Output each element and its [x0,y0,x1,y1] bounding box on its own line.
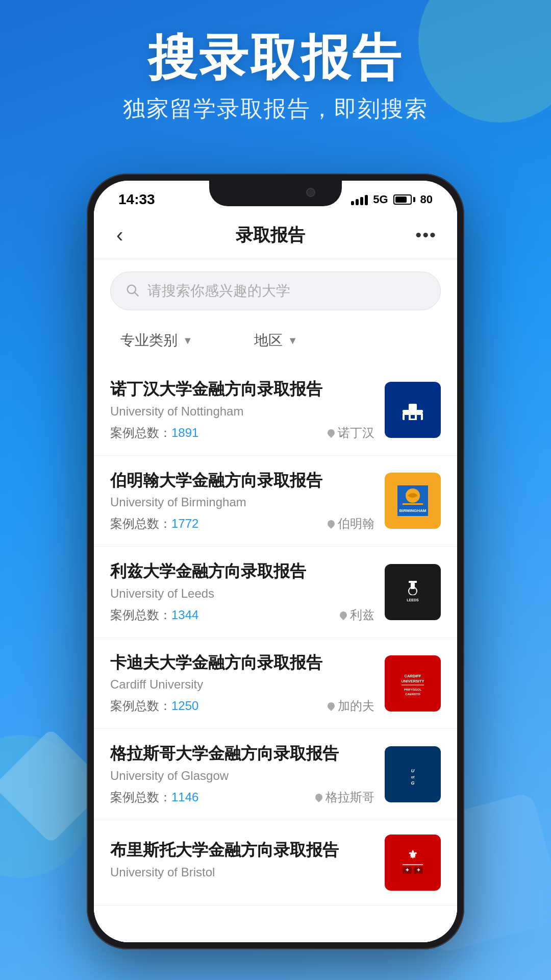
filter-major-label: 专业类别 [120,331,178,350]
item-count: 案例总数：1344 [110,607,198,623]
list-item[interactable]: 格拉斯哥大学金融方向录取报告 University of Glasgow 案例总… [94,729,457,820]
filter-major-arrow: ▼ [183,335,193,347]
university-list: 诺丁汉大学金融方向录取报告 University of Nottingham 案… [94,364,457,942]
svg-text:⚜: ⚜ [408,848,418,861]
item-location: 伯明翰 [328,516,374,532]
svg-text:PRIFYSGOL: PRIFYSGOL [404,688,422,691]
svg-text:BIRMINGHAM: BIRMINGHAM [399,508,427,513]
item-meta: 案例总数：1344 利兹 [110,607,374,623]
item-count: 案例总数：1891 [110,425,198,441]
svg-rect-11 [403,503,423,505]
svg-rect-15 [411,583,415,589]
item-location: 加的夫 [328,698,374,714]
item-title-cn: 格拉斯哥大学金融方向录取报告 [110,743,374,765]
nav-bar: ‹ 录取报告 ••• [94,211,457,259]
svg-text:U: U [411,768,415,773]
list-item[interactable]: 诺丁汉大学金融方向录取报告 University of Nottingham 案… [94,364,457,456]
item-meta: 案例总数：1146 格拉斯哥 [110,789,374,805]
filter-region[interactable]: 地区 ▼ [244,327,308,354]
item-title-en: University of Glasgow [110,769,374,783]
university-logo: CARDIFF UNIVERSITY PRIFYSGOL CAERDYD [385,655,441,712]
svg-text:CAERDYD: CAERDYD [405,693,420,696]
item-title-cn: 布里斯托大学金融方向录取报告 [110,840,374,861]
svg-rect-14 [409,581,417,583]
svg-rect-8 [411,415,415,419]
filter-row: 专业类别 ▼ 地区 ▼ [94,318,457,364]
phone-outer-frame: 14:33 5G 80 [87,174,464,949]
phone-notch [209,181,342,206]
status-time: 14:33 [118,191,155,208]
battery-tip [413,197,415,202]
more-button[interactable]: ••• [415,225,437,245]
list-item[interactable]: 卡迪夫大学金融方向录取报告 Cardiff University 案例总数：12… [94,638,457,729]
signal-bar-1 [351,201,354,205]
item-location: 利兹 [340,607,374,623]
filter-region-arrow: ▼ [288,335,298,347]
item-count: 案例总数：1146 [110,789,198,805]
university-logo: LEEDS [385,564,441,620]
list-item[interactable]: 利兹大学金融方向录取报告 University of Leeds 案例总数：13… [94,547,457,638]
svg-text:of: of [411,775,415,779]
item-title-en: University of Leeds [110,586,374,601]
item-meta: 案例总数：1250 加的夫 [110,698,374,714]
item-title-cn: 诺丁汉大学金融方向录取报告 [110,379,374,400]
university-logo: BIRMINGHAM [385,473,441,529]
svg-rect-4 [409,404,417,411]
location-dot-icon [326,701,336,711]
camera-dot [306,188,315,197]
university-logo: U of G [385,746,441,802]
back-button[interactable]: ‹ [114,222,125,249]
nav-title: 录取报告 [236,224,305,247]
battery-icon [393,194,415,205]
search-container: 请搜索你感兴趣的大学 [94,259,457,318]
svg-text:CARDIFF: CARDIFF [405,674,421,678]
search-input-placeholder: 请搜索你感兴趣的大学 [147,281,426,301]
svg-text:✦: ✦ [416,867,421,873]
filter-region-label: 地区 [254,331,283,350]
location-dot-icon [338,610,348,620]
battery-body [393,194,412,205]
network-type: 5G [373,193,388,206]
item-count: 案例总数：1772 [110,516,198,532]
item-location: 格拉斯哥 [315,789,374,805]
filter-major[interactable]: 专业类别 ▼ [110,327,203,354]
battery-level: 80 [420,193,433,206]
search-icon [125,283,139,299]
signal-icon [351,194,368,205]
list-item-content: 伯明翰大学金融方向录取报告 University of Birmingham 案… [110,470,374,532]
list-item-content: 格拉斯哥大学金融方向录取报告 University of Glasgow 案例总… [110,743,374,805]
app-content: ‹ 录取报告 ••• 请搜索你感兴趣的大学 [94,211,457,942]
item-count: 案例总数：1250 [110,698,198,714]
list-item-content: 利兹大学金融方向录取报告 University of Leeds 案例总数：13… [110,561,374,623]
svg-text:UNIVERSITY: UNIVERSITY [401,679,424,683]
item-title-en: University of Bristol [110,865,374,879]
signal-bar-4 [365,195,368,205]
signal-bar-2 [356,199,359,205]
search-bar[interactable]: 请搜索你感兴趣的大学 [110,272,441,310]
list-item[interactable]: 伯明翰大学金融方向录取报告 University of Birmingham 案… [94,456,457,547]
item-title-en: University of Birmingham [110,495,374,509]
status-right: 5G 80 [351,193,433,206]
item-title-cn: 伯明翰大学金融方向录取报告 [110,470,374,492]
list-item[interactable]: 布里斯托大学金融方向录取报告 University of Bristol [94,820,457,905]
signal-bar-3 [360,197,363,205]
list-item-content: 布里斯托大学金融方向录取报告 University of Bristol [110,840,374,886]
svg-text:✦: ✦ [405,867,410,873]
location-dot-icon [326,519,336,529]
svg-rect-7 [417,415,421,420]
university-logo [385,382,441,438]
list-item-content: 诺丁汉大学金融方向录取报告 University of Nottingham 案… [110,379,374,441]
location-dot-icon [326,428,336,438]
battery-fill [395,197,407,203]
item-title-en: Cardiff University [110,677,374,692]
svg-rect-6 [405,415,409,420]
list-item-content: 卡迪夫大学金融方向录取报告 Cardiff University 案例总数：12… [110,652,374,715]
item-title-cn: 卡迪夫大学金融方向录取报告 [110,652,374,674]
item-meta: 案例总数：1772 伯明翰 [110,516,374,532]
item-title-en: University of Nottingham [110,404,374,419]
item-location: 诺丁汉 [328,425,374,441]
header-subtitle: 独家留学录取报告，即刻搜索 [0,94,551,124]
item-title-cn: 利兹大学金融方向录取报告 [110,561,374,582]
university-logo: ⚜ ✦ ✦ [385,835,441,891]
svg-line-1 [135,292,138,296]
